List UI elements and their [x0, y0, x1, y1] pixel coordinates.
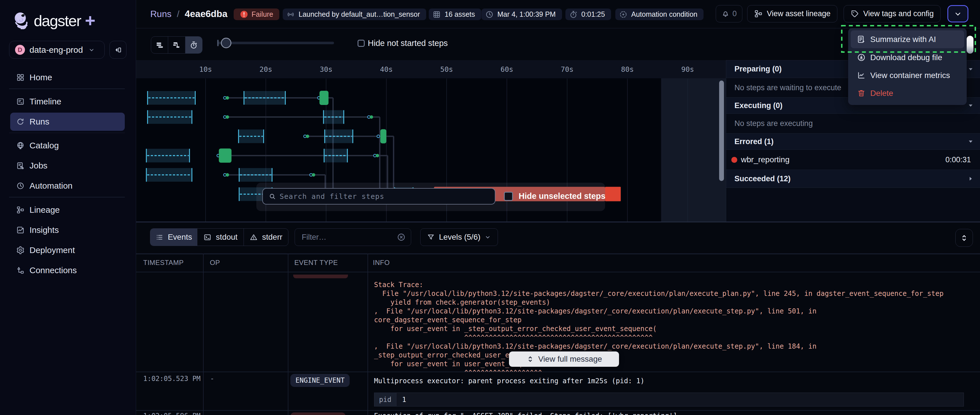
log-filter-input[interactable]: Filter… [294, 228, 411, 246]
view-asset-lineage-button[interactable]: View asset lineage [747, 5, 837, 22]
gantt-view-mode-waterfall[interactable] [168, 37, 185, 53]
levels-filter-button[interactable]: Levels (5/6) [420, 228, 498, 246]
dagster-logo[interactable]: dagster [14, 12, 96, 29]
gantt-succeeded-step-bar[interactable] [320, 91, 329, 105]
event-info: Multiprocess executor: parent process ex… [374, 377, 644, 385]
notifications-button[interactable]: 0 [716, 5, 742, 22]
menu-item-delete[interactable]: Delete [851, 84, 964, 102]
gantt-marker-dot [312, 173, 315, 177]
annotation-highlight [841, 25, 976, 53]
axis-tick-label: 40s [369, 60, 404, 78]
tab-stderr[interactable]: stderr [244, 229, 288, 246]
sidebar-item-lineage[interactable]: Lineage [10, 201, 125, 219]
chevron-down-icon [484, 233, 492, 241]
panel-section-errored[interactable]: Errored (1) [726, 134, 980, 150]
view-tags-config-label: View tags and config [863, 10, 934, 18]
view-full-message-button[interactable]: View full message [509, 351, 619, 367]
sidebar-item-runs[interactable]: Runs [10, 113, 125, 131]
run-status-badge: Failure [234, 8, 279, 20]
breadcrumb-runs-link[interactable]: Runs [150, 9, 172, 19]
view-tags-config-button[interactable]: View tags and config [843, 5, 940, 22]
gantt-succeeded-step-bar[interactable] [219, 148, 232, 163]
event-type-badge: RUN_FAILURE [290, 412, 346, 415]
menu-item-view-container-metrics[interactable]: View container metrics [851, 66, 964, 84]
event-info: Execution of run for "__ASSET_JOB" faile… [374, 412, 677, 415]
run-actions-menu-button[interactable] [947, 5, 968, 22]
checkbox-box[interactable] [504, 192, 513, 201]
topbar: Runs / 4eae6dba Failure Launched by defa… [136, 0, 980, 29]
stack-trace[interactable]: Stack Trace: File "/usr/local/lib/python… [374, 281, 943, 372]
bell-icon [721, 10, 730, 18]
sidebar-item-timeline[interactable]: Timeline [10, 93, 125, 111]
sidebar-item-deployment[interactable]: Deployment [10, 241, 125, 259]
run-tag[interactable]: Launched by default_aut…tion_sensor [283, 8, 426, 20]
row-separator [136, 372, 980, 372]
gantt-scrollbar[interactable] [719, 81, 724, 181]
sidebar-item-label: Runs [30, 117, 49, 126]
dagster-octopus-icon [14, 12, 29, 29]
sidebar-item-label: Lineage [30, 205, 60, 215]
gantt-chart[interactable]: Search and filter steps Hide unselected … [136, 78, 726, 222]
breadcrumb-run-id: 4eae6dba [185, 8, 228, 19]
slider-handle[interactable] [221, 38, 231, 48]
sidebar-item-jobs[interactable]: Jobs [10, 156, 125, 175]
tab-events[interactable]: Events [150, 229, 197, 246]
event-op: - [210, 412, 214, 415]
checkbox-box[interactable] [358, 40, 365, 47]
workspace-selector[interactable]: D data-eng-prod [9, 41, 105, 59]
stopwatch-icon [189, 41, 198, 49]
sidebar-item-connections[interactable]: Connections [10, 261, 125, 279]
caret-down-icon[interactable] [967, 65, 975, 73]
tag-icon [850, 10, 859, 18]
sidebar-item-home[interactable]: Home [10, 69, 125, 86]
gantt-view-mode-flat[interactable] [151, 37, 168, 53]
event-type-badge: ENGINE_EVENT [290, 374, 350, 387]
panel-section-succeeded[interactable]: Succeeded (12) [726, 170, 980, 188]
caret-down-icon[interactable] [967, 137, 975, 145]
insights-icon [16, 226, 25, 234]
sidebar-item-label: Deployment [30, 245, 75, 255]
run-tag-label: Launched by default_aut…tion_sensor [299, 10, 420, 18]
gantt-failed-step-bar[interactable] [605, 187, 621, 201]
panel-step-row[interactable]: wbr_reporting0:00:31 [726, 150, 980, 170]
collapse-sidebar-button[interactable] [110, 41, 126, 59]
col-header-event-type: EVENT TYPE [294, 254, 338, 272]
sidebar-divider [9, 88, 125, 89]
breadcrumb: Runs / 4eae6dba [150, 0, 228, 28]
slider-track[interactable] [217, 42, 334, 44]
expand-log-panel-button[interactable] [955, 229, 973, 247]
run-tag[interactable]: 0:01:25 [565, 8, 611, 20]
menu-item-label: View container metrics [870, 71, 950, 80]
caret-down-icon[interactable] [967, 102, 975, 110]
sidebar-item-insights[interactable]: Insights [10, 221, 125, 239]
gantt-succeeded-step-bar[interactable] [380, 129, 386, 144]
slider-start-notch [217, 40, 219, 46]
run-tag[interactable]: Automation condition [615, 8, 703, 20]
hide-unselected-checkbox[interactable]: Hide unselected steps [504, 192, 605, 201]
runs-icon [16, 117, 25, 126]
clear-filter-icon[interactable] [397, 233, 406, 242]
warning-icon [250, 233, 258, 241]
deployment-icon [16, 246, 25, 254]
col-header-info: INFO [373, 254, 390, 272]
dagster-run-page: dagster D data-eng-prod HomeTimelineRuns… [0, 0, 980, 415]
timeline-icon [16, 97, 25, 106]
automation-icon [16, 182, 25, 190]
gantt-view-mode-stopwatch[interactable] [185, 37, 202, 53]
step-search-input[interactable]: Search and filter steps [262, 188, 495, 204]
sidebar-item-automation[interactable]: Automation [10, 177, 125, 195]
hide-not-started-checkbox[interactable]: Hide not started steps [358, 38, 448, 48]
tab-stdout[interactable]: stdout [197, 229, 244, 246]
breadcrumb-separator: / [177, 9, 180, 19]
run-tag[interactable]: Mar 4, 1:00:39 PM [482, 8, 562, 20]
caret-right-icon[interactable] [967, 175, 975, 183]
sidebar: dagster D data-eng-prod HomeTimelineRuns… [0, 0, 136, 415]
terminal-icon [203, 233, 212, 241]
run-tag[interactable]: 16 assets [429, 8, 481, 20]
metrics-icon [857, 71, 866, 80]
brand-name: dagster [34, 12, 81, 29]
hide-unselected-label: Hide unselected steps [519, 192, 605, 201]
sidebar-item-catalog[interactable]: Catalog [10, 136, 125, 155]
gantt-zoom-slider[interactable] [217, 40, 334, 46]
col-header-timestamp: TIMESTAMP [143, 254, 184, 272]
